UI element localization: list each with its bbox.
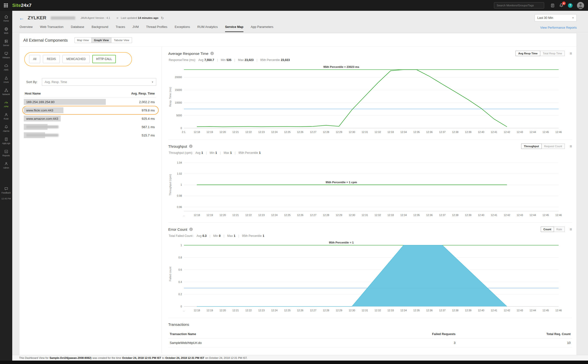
filter-button-all[interactable]: All [29,55,40,63]
host-row[interactable]: www.amazon.com:443925.4 ms [24,114,156,123]
svg-text:12:28: 12:28 [323,214,329,217]
components-list-panel: AllREDISMEMCACHEDHTTP CALL Sort By: Avg.… [23,47,162,353]
sidebar-item-azure[interactable]: Azure [2,73,10,86]
info-icon[interactable]: i [189,228,193,231]
chart-toggle-group: ThroughputRequest Count [521,144,565,149]
view-button-tabular-view[interactable]: Tabular View [111,37,132,43]
svg-text:12:34: 12:34 [400,309,407,312]
chart-menu-icon[interactable]: ≡ [570,51,572,56]
sidebar-item-web[interactable]: Web [2,24,10,37]
svg-text:12:19: 12:19 [206,214,213,217]
tab-traces[interactable]: Traces [116,25,125,32]
tab-overview[interactable]: Overview [20,25,33,32]
svg-text:12:32: 12:32 [374,309,381,312]
toggle-avg-resp-time[interactable]: Avg Resp Time [516,51,540,56]
tab-service-map[interactable]: Service Map [225,25,243,32]
sidebar-item-vmware[interactable]: VMware [2,49,10,61]
back-arrow-icon[interactable]: ← [19,15,24,21]
average-response-time-plot: 050001000015000200002:1.12:1812:1912:201… [168,62,572,136]
sidebar-item-feedback[interactable]: Feedback [0,184,12,196]
toggle-request-count[interactable]: Request Count [541,144,565,149]
chart-header: Error CountiCountRate≡ [168,227,572,232]
svg-text:12:27: 12:27 [310,309,316,312]
search-input[interactable] [494,2,544,9]
toggle-count[interactable]: Count [541,227,554,232]
help-icon[interactable]: ? [568,3,573,8]
redacted-monitor-id [51,16,75,20]
error-count-plot: 00.20.40.60.81..12:1812:1912:2012:2112:2… [168,238,572,315]
svg-text:12:37: 12:37 [439,131,445,133]
svg-text:12:41: 12:41 [491,131,497,133]
host-row[interactable]: www.flickr.com:443979.8 ms [24,106,156,114]
host-name: www.flickr.com:443 [25,109,53,112]
filter-button-memcached[interactable]: MEMCACHED [62,55,90,63]
sidebar-item-network[interactable]: Network [2,86,10,98]
filter-button-http-call[interactable]: HTTP CALL [92,55,116,63]
svg-text:12:25: 12:25 [284,131,290,133]
tab-jvm[interactable]: JVM [132,25,139,32]
host-row[interactable]: 515.7 ms [24,131,156,139]
toggle-throughput[interactable]: Throughput [521,144,542,149]
total-request-count: 10 [456,341,571,345]
tab-rum-analytics[interactable]: RUM Analytics [197,25,218,32]
sidebar-item-applogs[interactable]: AppLogs [2,135,10,147]
tab-exceptions[interactable]: Exceptions [175,25,190,32]
host-table-header: Host Name Avg. Resp. Time [24,90,156,98]
sidebar-item-apm[interactable]: APM [2,98,10,110]
svg-text:12:27: 12:27 [310,214,316,217]
svg-text:12:30: 12:30 [349,214,355,217]
svg-text:Resp. Time (ms): Resp. Time (ms) [169,87,172,107]
svg-text:12:27: 12:27 [310,131,316,133]
filter-button-redis[interactable]: REDIS [43,55,60,63]
chart-title: Average Response Time [168,51,208,56]
svg-text:0.96: 0.96 [177,206,182,208]
time-range-select[interactable]: Last 30 Min ▼ [535,14,577,22]
sidebar-item-rum[interactable]: RUM [2,110,10,122]
svg-text:12:31: 12:31 [361,214,368,217]
svg-text:..: .. [183,214,185,217]
host-response-time: 979.8 ms [142,109,155,112]
sidebar-item-admin[interactable]: Admin [2,159,10,171]
announcements-icon[interactable] [551,3,555,8]
host-row[interactable]: 567.1 ms [24,123,156,131]
web-icon [4,27,8,31]
notifications-bell-icon[interactable]: 6 [559,3,564,8]
svg-text:12:22: 12:22 [245,131,252,133]
sort-by-select[interactable]: Avg. Resp. Time ▼ [42,78,156,86]
svg-text:12:21: 12:21 [232,214,239,217]
refresh-icon[interactable]: ↻ [161,16,164,20]
host-row[interactable]: 169.254.169.254:802,002.2 ms [24,98,156,106]
chart-menu-icon[interactable]: ≡ [570,144,572,148]
tab-database[interactable]: Database [71,25,84,32]
view-button-map-view[interactable]: Map View [74,37,92,43]
svg-text:12:46: 12:46 [555,309,562,312]
svg-text:12:25: 12:25 [284,214,290,217]
svg-text:12:29: 12:29 [336,309,342,312]
sidebar-item-reports[interactable]: Reports [2,147,10,159]
sidebar-item-aws[interactable]: AWS [2,61,10,73]
tab-app-parameters[interactable]: App Parameters [251,25,273,32]
svg-text:20000: 20000 [175,76,182,79]
svg-text:Throughput (cpm): Throughput (cpm) [169,174,172,195]
tab-background[interactable]: Background [92,25,108,32]
app-grid-icon[interactable] [4,3,8,7]
transaction-row[interactable]: SampleWeb/httpUrl.do310 [168,339,572,347]
chart-stats: Total Failed Count :Avg0.3|Min0|Max1|95t… [169,234,572,238]
view-button-graph-view[interactable]: Graph View [91,37,111,43]
chart-menu-icon[interactable]: ≡ [570,227,572,231]
site24x7-logo[interactable]: Site24x7 [12,3,32,8]
info-icon[interactable]: i [189,145,192,148]
svg-text:12:26: 12:26 [297,214,303,217]
chart-stats: ResponseTime (ms):Avg7,550.7|Min535|Max2… [169,58,572,62]
view-performance-reports-link[interactable]: View Performance Reports [540,26,577,32]
toggle-total-resp-time[interactable]: Total Resp Time [540,51,565,56]
toggle-rate[interactable]: Rate [554,227,565,232]
user-avatar[interactable] [577,2,584,9]
info-icon[interactable]: i [210,52,214,55]
sidebar-item-server[interactable]: Server [2,37,10,49]
sidebar-item-alarms[interactable]: Alarms [2,122,10,135]
tab-thread-profiles[interactable]: Thread Profiles [146,25,167,32]
sidebar-item-home[interactable]: Home [2,12,10,24]
svg-text:12:30: 12:30 [349,309,355,312]
tab-web-transaction[interactable]: Web Transaction [40,25,63,32]
